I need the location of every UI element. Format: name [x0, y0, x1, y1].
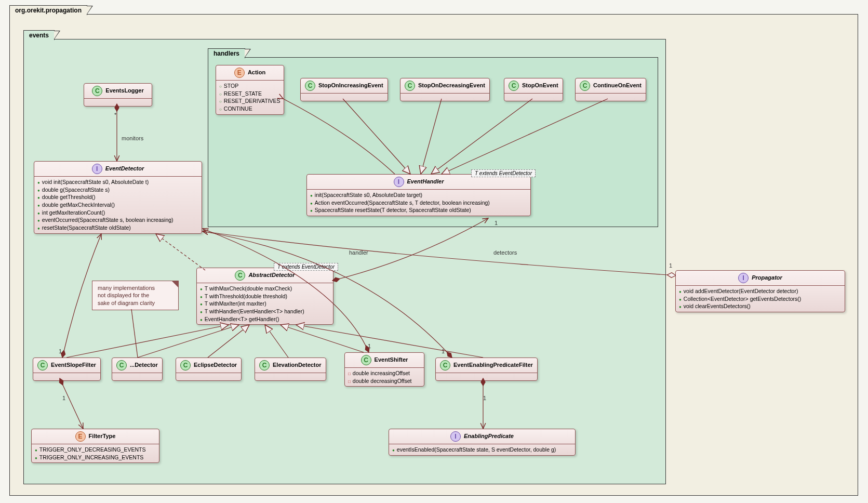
class-name: EnablingPredicate: [464, 433, 514, 439]
method: int getMaxIterationCount(): [37, 209, 198, 217]
label-detectors: detectors: [493, 249, 517, 256]
class-name: EventSlopeFilter: [51, 362, 96, 368]
method: eventIsEnabled(SpacecraftState state, S …: [392, 446, 572, 454]
enum-value: CONTINUE: [219, 105, 281, 113]
method: Action eventOccurred(SpacecraftState s, …: [310, 199, 527, 207]
label-one: 1: [368, 343, 371, 349]
enum-action: EAction STOP RESET_STATE RESET_DERIVATIV…: [216, 65, 284, 115]
note: many implementations not displayed for t…: [92, 281, 179, 310]
class-icon: C: [116, 360, 127, 370]
class-stoponevent: CStopOnEvent: [504, 78, 563, 101]
note-line: many implementations: [98, 285, 155, 291]
class-name: StopOnDecreasingEvent: [418, 82, 485, 88]
class-name: EventDetector: [105, 165, 144, 171]
label-one: 1: [59, 348, 62, 354]
package-handlers-label: handlers: [213, 50, 239, 57]
class-dotdetector: C...Detector: [112, 358, 163, 381]
class-name: EventShifter: [375, 356, 408, 363]
class-icon: C: [92, 86, 102, 96]
method: Collection<EventDetector> getEventsDetec…: [679, 295, 842, 303]
label-one: 1: [669, 262, 672, 269]
method: T withThreshold(double threshold): [200, 293, 330, 300]
class-icon: C: [305, 81, 315, 91]
class-name: EventEnablingPredicateFilter: [453, 362, 533, 368]
enum-value: TRIGGER_ONLY_INCREASING_EVENTS: [35, 454, 156, 461]
class-name: EventHandler: [407, 178, 444, 184]
interface-icon: I: [92, 164, 102, 174]
class-name: EventsLogger: [105, 87, 143, 94]
method: eventOccurred(SpacecraftState s, boolean…: [37, 216, 198, 224]
method: void init(SpacecraftState s0, AbsoluteDa…: [37, 178, 198, 186]
class-abstractdetector: T extends EventDetector CAbstractDetecto…: [196, 268, 333, 325]
field: double increasingOffset: [348, 369, 421, 377]
class-icon: C: [580, 81, 590, 91]
method: double getThreshold(): [37, 193, 198, 201]
note-line: sake of diagram clarity: [98, 300, 155, 306]
label-one: 1: [62, 395, 65, 401]
class-name: EclipseDetector: [194, 362, 237, 368]
method: void clearEventsDetectors(): [679, 302, 842, 310]
class-name: ContinueOnEvent: [593, 82, 642, 88]
class-icon: C: [405, 81, 415, 91]
package-handlers-tab: handlers: [208, 48, 245, 58]
method: init(SpacecraftState s0, AbsoluteDate ta…: [310, 191, 527, 199]
class-eclipsedetector: CEclipseDetector: [176, 358, 242, 381]
interface-propagator: IPropagator void addEventDetector(EventD…: [675, 270, 845, 312]
label-one: 1: [483, 395, 486, 401]
class-name: FilterType: [89, 433, 116, 439]
method: EventHandler<T> getHandler(): [200, 315, 330, 323]
class-icon: C: [440, 360, 450, 370]
class-name: StopOnIncreasingEvent: [318, 82, 383, 88]
method: double g(SpacecraftState s): [37, 186, 198, 194]
method: T withMaxIter(int maxIter): [200, 300, 330, 308]
class-name: StopOnEvent: [522, 82, 558, 88]
enum-value: RESET_STATE: [219, 90, 281, 98]
enum-icon: E: [234, 68, 245, 78]
enum-value: STOP: [219, 82, 281, 90]
class-name: Propagator: [752, 274, 782, 281]
interface-event-detector: IEventDetector void init(SpacecraftState…: [34, 161, 202, 234]
label-one: 1: [495, 220, 498, 226]
enum-icon: E: [75, 431, 86, 442]
class-elevationdetector: CElevationDetector: [255, 358, 326, 381]
class-icon: C: [37, 360, 48, 370]
note-line: not displayed for the: [98, 292, 149, 298]
interface-icon: I: [738, 273, 749, 283]
class-name: ...Detector: [130, 362, 158, 368]
method: SpacecraftState resetState(T detector, S…: [310, 206, 527, 214]
class-stopincreasing: CStopOnIncreasingEvent: [300, 78, 388, 101]
class-icon: C: [361, 355, 371, 365]
method: void addEventDetector(EventDetector dete…: [679, 287, 842, 295]
interface-eventhandler: T extends EventDetector IEventHandler in…: [306, 174, 531, 216]
class-icon: C: [180, 360, 191, 370]
method: T withMaxCheck(double maxCheck): [200, 285, 330, 293]
class-stopdecreasing: CStopOnDecreasingEvent: [400, 78, 490, 101]
interface-icon: I: [394, 177, 404, 187]
class-continueonevent: CContinueOnEvent: [575, 78, 646, 101]
method: T withHandler(EventHandler<T> handler): [200, 308, 330, 315]
label-one: 1: [442, 348, 445, 354]
class-name: AbstractDetector: [248, 272, 295, 278]
method: resetState(SpacecraftState oldState): [37, 224, 198, 232]
class-icon: C: [235, 270, 245, 281]
class-name: Action: [248, 69, 265, 75]
interface-icon: I: [450, 431, 461, 442]
class-icon: C: [509, 81, 519, 91]
package-root-tab: org.orekit.propagation: [9, 5, 87, 15]
interface-enablingpredicate: IEnablingPredicate eventIsEnabled(Spacec…: [389, 429, 576, 456]
class-icon: C: [259, 360, 270, 370]
class-name: ElevationDetector: [273, 362, 322, 368]
package-root-label: org.orekit.propagation: [15, 7, 82, 14]
field: double decreasingOffset: [348, 377, 421, 385]
class-eventslopefilter: CEventSlopeFilter: [33, 358, 101, 381]
enum-value: TRIGGER_ONLY_DECREASING_EVENTS: [35, 446, 156, 454]
label-handler: handler: [349, 249, 368, 256]
enum-filtertype: EFilterType TRIGGER_ONLY_DECREASING_EVEN…: [31, 429, 159, 463]
package-events-tab: events: [23, 30, 55, 40]
label-monitors: monitors: [122, 135, 143, 141]
class-eepf: CEventEnablingPredicateFilter: [435, 358, 538, 381]
label-star: *: [114, 112, 116, 118]
method: double getMaxCheckInterval(): [37, 201, 198, 209]
package-events-label: events: [29, 32, 49, 39]
class-events-logger: CEventsLogger: [84, 83, 152, 107]
